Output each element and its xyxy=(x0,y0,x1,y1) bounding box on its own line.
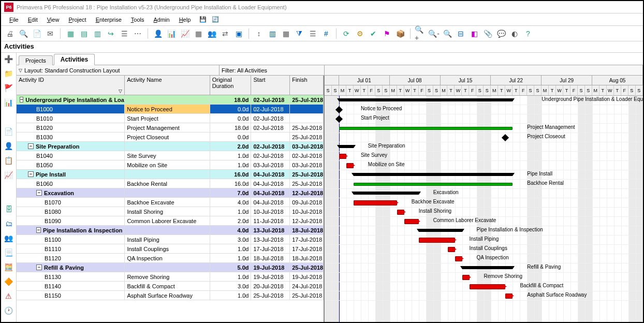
gantt-chart[interactable]: Jul 01Jul 08Jul 15Jul 22Jul 29Aug 05SSMT… xyxy=(325,76,643,322)
table-row[interactable]: B1100Install Piping3.0d13-Jul-201817-Jul… xyxy=(17,235,324,244)
tab-activities[interactable]: Activities xyxy=(54,54,95,65)
save-icon[interactable]: 💾 xyxy=(199,16,207,24)
claim-icon[interactable]: ⚑ xyxy=(381,28,392,39)
table-row[interactable]: B1080Install Shoring1.0d10-Jul-201810-Ju… xyxy=(17,207,324,216)
gantt-row[interactable]: Mobilize on Site▸ xyxy=(325,161,643,170)
task-bar[interactable] xyxy=(354,183,513,186)
table-row[interactable]: −Pipe Installation & Inspection4.0d13-Ju… xyxy=(17,226,324,235)
table-row[interactable]: B1000Notice to Proceed0.0d02-Jul-2018 xyxy=(17,105,324,114)
milestone-marker[interactable] xyxy=(502,134,509,141)
gantt-row[interactable]: Asphalt Surface Roadway▸ xyxy=(325,291,643,301)
table-row[interactable]: B1040Site Survey1.0d02-Jul-201802-Jul-20… xyxy=(17,151,324,160)
warn-icon[interactable]: ⚠ xyxy=(4,291,14,301)
summary-bar[interactable] xyxy=(462,266,513,269)
attachments-icon[interactable]: 📎 xyxy=(482,28,493,39)
user-icon[interactable]: 👤 xyxy=(4,141,14,151)
task-bar[interactable] xyxy=(404,219,419,224)
chevron-down-icon[interactable]: ▽ xyxy=(19,68,22,73)
table-row[interactable]: B1120QA Inspection1.0d18-Jul-201818-Jul-… xyxy=(17,254,324,263)
gantt-row[interactable]: Backhoe Rental xyxy=(325,180,643,189)
tab-projects[interactable]: Projects xyxy=(19,55,53,65)
table-row[interactable]: −Excavation7.0d04-Jul-201812-Jul-2018 xyxy=(17,188,324,198)
milestone-marker[interactable] xyxy=(335,106,343,113)
gantt-row[interactable]: Project Closeout xyxy=(325,133,643,142)
col-activity-id[interactable]: Activity ID▽ xyxy=(17,76,125,95)
menu-file[interactable]: File xyxy=(5,15,23,24)
report-icon[interactable]: 📈 xyxy=(4,170,14,180)
print-icon[interactable]: 🖨 xyxy=(4,28,16,39)
menu-project[interactable]: Project xyxy=(64,15,90,24)
filter-label[interactable]: Filter: All Activities xyxy=(222,67,267,74)
table-row[interactable]: B1060Backhoe Rental16.0d04-Jul-201825-Ju… xyxy=(17,179,324,188)
col-duration[interactable]: Original Duration xyxy=(210,76,252,95)
table-icon[interactable]: ▤ xyxy=(78,28,90,39)
task-bar[interactable] xyxy=(419,238,455,243)
apply-icon[interactable]: ✔ xyxy=(368,28,379,39)
send-icon[interactable]: ✉ xyxy=(45,28,56,39)
gantt-row[interactable]: Install Piping▸ xyxy=(325,236,643,245)
gantt-row[interactable]: Start Project xyxy=(325,114,643,124)
menu-edit[interactable]: Edit xyxy=(24,15,42,24)
resource-icon[interactable]: 👤 xyxy=(152,28,164,39)
page-setup-icon[interactable]: 📄 xyxy=(31,28,42,39)
gantt-row[interactable]: Install Shoring▸ xyxy=(325,208,643,217)
gantt-row[interactable]: Refill & Paving xyxy=(325,263,643,273)
gantt-row[interactable]: Remove Shoring▸ xyxy=(325,273,643,282)
table-row[interactable]: B1070Backhoe Excavate4.0d04-Jul-201809-J… xyxy=(17,198,324,207)
gantt-row[interactable]: Pipe Install xyxy=(325,170,643,180)
help-icon[interactable]: ? xyxy=(522,28,534,39)
menu-admin[interactable]: Admin xyxy=(149,15,173,24)
task-bar[interactable] xyxy=(354,200,397,205)
table-row[interactable]: B1090Common Laborer Excavate2.0d11-Jul-2… xyxy=(17,216,324,226)
col-activity-name[interactable]: Activity Name xyxy=(125,76,210,95)
chart-icon[interactable]: 📊 xyxy=(166,28,177,39)
gantt-row[interactable]: Project Management xyxy=(325,124,643,133)
zoom-fit-icon[interactable]: 🔍 xyxy=(442,28,453,39)
db-icon[interactable]: 🗄 xyxy=(4,204,14,214)
table-row[interactable]: B1130Remove Shoring1.0d19-Jul-201819-Jul… xyxy=(17,272,324,282)
collapse-icon[interactable]: − xyxy=(28,171,34,177)
level-icon[interactable]: ⚙ xyxy=(354,28,365,39)
summary-bar[interactable] xyxy=(419,229,462,232)
gantt-row[interactable]: Install Couplings▸ xyxy=(325,245,643,254)
gantt-row[interactable]: QA Inspection▸ xyxy=(325,254,643,263)
gantt-row[interactable]: Underground Pipe Installation & Loader E… xyxy=(325,96,643,105)
refresh-icon[interactable]: 🔄 xyxy=(211,16,219,24)
table-row[interactable]: B1140Backfill & Compact3.0d20-Jul-201824… xyxy=(17,282,324,291)
table-row[interactable]: B1010Start Project0.0d02-Jul-2018 xyxy=(17,114,324,123)
gantt-row[interactable]: Site Survey▸ xyxy=(325,152,643,161)
zoom-out-icon[interactable]: 🔍- xyxy=(428,28,440,39)
layout-icon[interactable]: ▦ xyxy=(65,28,76,39)
page-icon[interactable]: 📃 xyxy=(4,247,14,258)
col-finish[interactable]: Finish xyxy=(290,76,324,95)
columns2-icon[interactable]: ▦ xyxy=(280,28,291,39)
gantt-row[interactable]: Site Preparation xyxy=(325,142,643,152)
table-row[interactable]: B1050Mobilize on Site1.0d03-Jul-201803-J… xyxy=(17,160,324,170)
flag-icon[interactable]: 🚩 xyxy=(4,83,14,93)
group-icon[interactable]: ☰ xyxy=(307,28,318,39)
gantt-icon[interactable]: ▥ xyxy=(92,28,103,39)
zoom-in-icon[interactable]: 🔍+ xyxy=(415,28,426,39)
profile-icon[interactable]: 👥 xyxy=(206,28,217,39)
print-preview-icon[interactable]: 🔍 xyxy=(18,28,29,39)
link-icon[interactable]: ↪ xyxy=(105,28,116,39)
collapse-icon[interactable]: − xyxy=(36,265,42,270)
layout-label[interactable]: Layout: Standard Construction Layout xyxy=(24,67,120,74)
timescale-icon[interactable]: ⊟ xyxy=(455,28,466,39)
milestone-marker[interactable] xyxy=(335,115,343,123)
menu-view[interactable]: View xyxy=(43,15,64,24)
spreadsheet-icon[interactable]: ▦ xyxy=(193,28,204,39)
collapse-icon[interactable]: − xyxy=(36,227,41,233)
chart2-icon[interactable]: 📊 xyxy=(4,97,14,108)
gantt-row[interactable]: Backhoe Excavate▸ xyxy=(325,198,643,208)
col-start[interactable]: Start xyxy=(251,76,290,95)
task-bar[interactable] xyxy=(470,284,506,289)
summary-bar[interactable] xyxy=(339,98,513,101)
details-icon[interactable]: ▣ xyxy=(233,28,244,39)
filter-icon[interactable]: ⧩ xyxy=(294,28,305,39)
expand-icon[interactable]: ↕ xyxy=(253,28,265,39)
folder-icon[interactable]: 📁 xyxy=(4,68,14,79)
summary-bar[interactable] xyxy=(354,173,513,176)
notebook-icon[interactable]: 💬 xyxy=(495,28,507,39)
gantt-row[interactable]: Backfill & Compact▸ xyxy=(325,282,643,291)
